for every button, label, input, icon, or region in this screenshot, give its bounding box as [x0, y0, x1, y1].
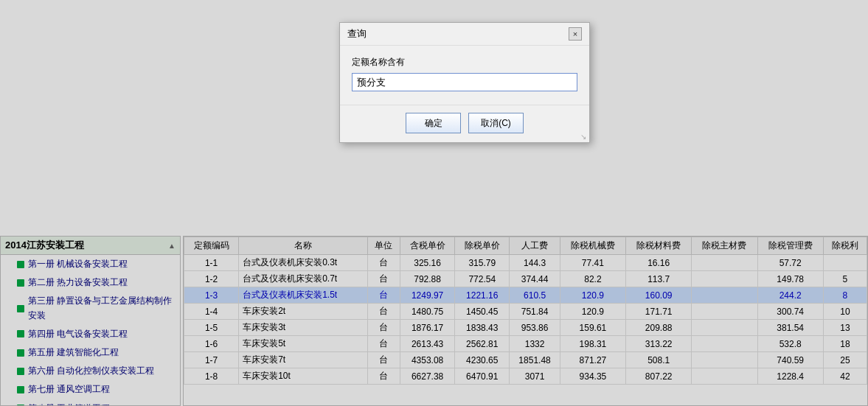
dialog-body: 定额名称含有: [340, 46, 589, 99]
dialog-field-label: 定额名称含有: [352, 56, 577, 69]
dialog-footer: 确定 取消(C): [340, 105, 589, 142]
dialog-search-input[interactable]: [352, 73, 577, 91]
dialog-cancel-button[interactable]: 取消(C): [468, 113, 524, 133]
dialog-close-button[interactable]: ×: [569, 27, 582, 41]
dialog-confirm-button[interactable]: 确定: [406, 113, 461, 133]
dialog-titlebar: 查询 ×: [340, 23, 589, 46]
query-dialog: 查询 × 定额名称含有 确定 取消(C) ↘: [339, 22, 590, 143]
dialog-resize-handle[interactable]: ↘: [580, 133, 588, 141]
dialog-title: 查询: [347, 27, 367, 41]
